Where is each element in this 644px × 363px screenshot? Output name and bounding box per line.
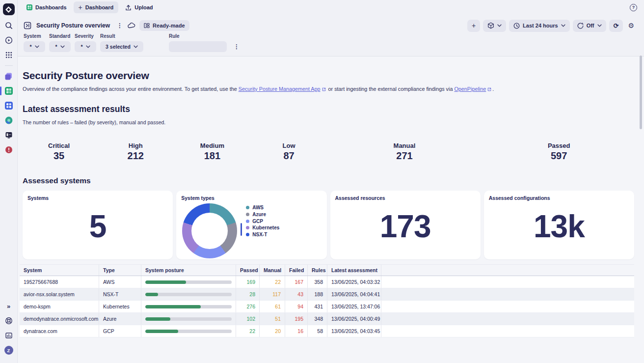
severity-tile[interactable]: High 212: [99, 138, 172, 170]
dashboard-canvas: Security Posture overview Overview of th…: [18, 56, 644, 363]
result-filter-select[interactable]: 3 selected: [100, 41, 143, 52]
cloud-sync-icon[interactable]: [128, 23, 135, 28]
page-description: Overview of the compliance findings acro…: [23, 86, 634, 92]
column-header-passed[interactable]: Passed: [236, 265, 260, 276]
cell-rules: 358: [308, 276, 327, 288]
cell-failed: 43: [285, 288, 308, 300]
column-header-rules[interactable]: Rules: [308, 265, 327, 276]
legend-dot: [246, 213, 249, 216]
filter-system: System *: [24, 33, 45, 52]
severity-tile[interactable]: Low 87: [252, 138, 325, 170]
legend-label: Kubernetes: [252, 225, 279, 230]
cell-type: GCP: [99, 325, 141, 337]
timeframe-selector[interactable]: Last 24 hours: [509, 20, 570, 32]
chevron-down-icon: [60, 45, 65, 48]
expand-sidebar-icon[interactable]: »: [2, 299, 16, 313]
tile-value: 181: [176, 150, 248, 162]
tab-dashboards[interactable]: Dashboards: [22, 2, 72, 12]
severity-filter-select[interactable]: *: [75, 41, 96, 52]
upload-icon: [125, 4, 132, 11]
dynatrace-logo[interactable]: [3, 3, 15, 15]
settings-gear-icon[interactable]: ⚙: [626, 22, 636, 29]
user-avatar[interactable]: Z: [2, 343, 16, 357]
tab-upload[interactable]: Upload: [120, 2, 158, 13]
support-lifebuoy-icon[interactable]: [2, 314, 16, 328]
app-icon-blue-grid[interactable]: [2, 99, 16, 112]
vertical-scrollbar[interactable]: [640, 56, 642, 129]
column-header-failed[interactable]: Failed: [285, 265, 308, 276]
dashboards-app-icon: [27, 4, 32, 10]
security-posture-app-link[interactable]: Security Posture Management App: [239, 86, 321, 92]
getting-started-icon[interactable]: [2, 33, 16, 47]
legend-dot: [246, 226, 249, 229]
severity-tile[interactable]: Passed 597: [483, 138, 634, 170]
external-link-icon[interactable]: [322, 87, 326, 91]
assessed-configurations-card[interactable]: Assessed configurations 13k: [484, 191, 634, 259]
column-header-filler: [381, 265, 634, 276]
segments-selector[interactable]: [483, 20, 506, 32]
kebab-menu-icon[interactable]: ⋮: [114, 22, 126, 29]
system-types-card[interactable]: System types AWSAzureGCPKubernetesNSX-T: [176, 191, 326, 259]
filter-label: Severity: [75, 33, 96, 39]
assessed-resources-card[interactable]: Assessed resources 173: [330, 191, 481, 259]
rule-filter-input[interactable]: [169, 41, 227, 52]
chevron-down-icon: [86, 45, 90, 48]
column-header-latest[interactable]: Latest assessment: [327, 265, 381, 276]
severity-tile[interactable]: Manual 271: [329, 138, 480, 170]
severity-tile[interactable]: Critical 35: [23, 138, 95, 170]
legend-item[interactable]: NSX-T: [246, 231, 279, 238]
standard-filter-select[interactable]: *: [49, 41, 71, 52]
tab-label: Dashboard: [85, 4, 113, 10]
legend-item[interactable]: Azure: [246, 211, 279, 218]
table-row[interactable]: avior-nsx.solar.system NSX-T 28 117 43 1…: [20, 288, 634, 301]
table-row[interactable]: demodynatrace.onmicrosoft.com Azure 102 …: [20, 313, 634, 325]
filter-kebab-icon[interactable]: ⋮: [231, 43, 242, 50]
systems-card[interactable]: Systems 5: [23, 191, 173, 259]
app-icon-globe[interactable]: [2, 113, 16, 127]
cell-system: dynatrace.com: [20, 325, 99, 337]
legend-item[interactable]: AWS: [246, 204, 279, 211]
assessed-cards: Systems 5 System types AWSAzureGCPKubern…: [23, 191, 634, 259]
cell-system: 195275667688: [20, 276, 99, 288]
cell-latest: 13/06/2025, 13:47:06: [327, 301, 381, 312]
sidebar-divider: [5, 65, 13, 66]
table-row[interactable]: demo-kspm Kubernetes 276 61 94 431 13/06…: [20, 301, 634, 313]
table-row[interactable]: 195275667688 AWS 169 22 167 358 13/06/20…: [20, 276, 634, 288]
dashboard-icon[interactable]: [24, 22, 31, 29]
app-icon-monitor[interactable]: [2, 128, 16, 142]
posture-bar: [145, 317, 232, 321]
tab-dashboard[interactable]: + Dashboard: [74, 1, 119, 13]
usage-chart-icon[interactable]: [2, 329, 16, 342]
add-tile-button[interactable]: +: [467, 20, 480, 32]
cell-system: avior-nsx.solar.system: [20, 288, 99, 300]
column-header-system[interactable]: System: [20, 265, 99, 276]
help-icon[interactable]: ?: [630, 4, 637, 11]
openpipeline-link[interactable]: OpenPipeline: [454, 86, 486, 92]
auto-refresh-selector[interactable]: Off: [573, 20, 606, 32]
table-row[interactable]: dynatrace.com GCP 22 20 16 58 13/06/2025…: [20, 325, 634, 337]
app-icon-dashboards[interactable]: [2, 84, 16, 98]
severity-tile[interactable]: Medium 181: [176, 138, 248, 170]
external-link-icon[interactable]: [487, 87, 491, 91]
system-types-donut[interactable]: [182, 203, 237, 258]
column-header-manual[interactable]: Manual: [260, 265, 285, 276]
app-icon-alert[interactable]: [2, 143, 16, 157]
column-header-posture[interactable]: System posture: [141, 265, 236, 276]
legend-item[interactable]: GCP: [246, 218, 279, 224]
legend-item[interactable]: Kubernetes: [246, 224, 279, 231]
cell-type: AWS: [99, 276, 141, 288]
app-grid-icon[interactable]: [2, 48, 16, 62]
refresh-button[interactable]: ⟳: [609, 20, 623, 32]
ready-made-badge[interactable]: Ready-made: [139, 20, 189, 31]
system-filter-select[interactable]: *: [24, 41, 45, 52]
legend-scrollbar[interactable]: [241, 223, 242, 236]
search-icon[interactable]: [2, 19, 16, 32]
app-icon-clouds-layers[interactable]: [2, 69, 16, 83]
auto-refresh-label: Off: [587, 23, 594, 28]
configurations-count: 13k: [484, 194, 634, 259]
chevron-down-icon: [134, 45, 138, 48]
cell-passed: 276: [236, 301, 260, 312]
column-header-type[interactable]: Type: [99, 265, 141, 276]
tile-label: Passed: [483, 142, 634, 149]
legend-dot: [246, 220, 249, 223]
